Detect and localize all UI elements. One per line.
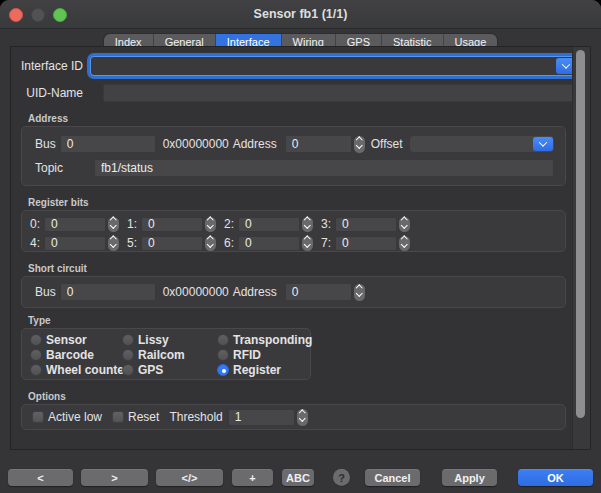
interface-id-label: Interface ID [21,59,83,73]
minimize-button[interactable] [31,8,45,22]
zoom-button[interactable] [53,8,67,22]
register-bit-0-input[interactable] [44,217,106,232]
register-bit-7-cell: 7: [321,236,418,251]
radio-icon[interactable] [122,364,134,376]
radio-icon[interactable] [122,334,134,346]
register-bit-3-label: 3: [321,217,333,231]
register-bit-2-stepper[interactable] [302,217,313,232]
register-bit-1-stepper[interactable] [205,217,216,232]
radio-icon[interactable] [30,349,42,361]
bus-label: Bus [35,137,56,151]
type-radio-label: Railcom [138,348,185,362]
type-radio-label: Wheel counter [46,363,129,377]
register-bit-2-label: 2: [224,217,236,231]
type-radio-wheel-counter[interactable]: Wheel counter [30,363,122,377]
register-bit-3-input[interactable] [335,217,397,232]
bus-input[interactable] [60,135,156,153]
threshold-input[interactable] [228,409,295,426]
register-bit-2-input[interactable] [238,217,300,232]
offset-select[interactable] [409,135,555,153]
register-bit-7-stepper[interactable] [399,236,410,251]
type-radio-barcode[interactable]: Barcode [30,348,122,362]
register-bit-5-label: 5: [127,236,139,250]
register-bit-5-input[interactable] [141,236,203,251]
next-button[interactable]: > [81,469,148,486]
type-radio-label: GPS [138,363,163,377]
checkbox-icon[interactable] [32,411,44,423]
radio-icon[interactable] [30,364,42,376]
type-radio-transponding[interactable]: Transponding [217,333,312,347]
register-bit-6-label: 6: [224,236,236,250]
register-bit-4-stepper[interactable] [108,236,119,251]
register-bit-5-stepper[interactable] [205,236,216,251]
register-bit-7-input[interactable] [335,236,397,251]
prev-button[interactable]: < [8,469,73,486]
close-button[interactable] [9,8,23,22]
chevron-down-icon[interactable] [533,137,553,151]
cancel-button[interactable]: Cancel [365,469,420,486]
options-group: Options Active lowReset Threshold [21,391,580,430]
sc-address-stepper[interactable] [354,284,365,301]
register-bit-7-label: 7: [321,236,333,250]
short-circuit-group: Short circuit Bus 0x00000000 Address [21,263,580,308]
type-radio-rfid[interactable]: RFID [217,348,312,362]
offset-label: Offset [371,137,403,151]
checkbox-icon[interactable] [112,411,124,423]
sensor-dialog-window: Sensor fb1 (1/1) IndexGeneralInterfaceWi… [0,0,601,493]
register-bit-1-cell: 1: [127,217,224,232]
threshold-stepper[interactable] [297,409,308,426]
help-button[interactable]: ? [333,469,350,486]
register-bit-3-stepper[interactable] [399,217,410,232]
register-bit-0-label: 0: [30,217,42,231]
sc-bus-input[interactable] [60,283,156,301]
register-bits-group-label: Register bits [28,197,580,208]
sc-address-input[interactable] [285,283,352,301]
add-button[interactable]: + [232,469,273,486]
scrollbar-thumb[interactable] [576,50,585,418]
checkbox-reset[interactable]: Reset [112,410,159,424]
address-group-label: Address [28,113,580,124]
register-bit-6-input[interactable] [238,236,300,251]
radio-icon[interactable] [217,334,229,346]
radio-icon[interactable] [122,349,134,361]
checkbox-active-low[interactable]: Active low [32,410,102,424]
vertical-scrollbar[interactable] [572,47,590,449]
sc-hex-address-text: 0x00000000 [163,285,226,299]
window-title: Sensor fb1 (1/1) [0,0,601,28]
titlebar[interactable]: Sensor fb1 (1/1) [0,0,601,29]
radio-icon[interactable] [30,334,42,346]
type-radio-railcom[interactable]: Railcom [122,348,217,362]
register-bit-4-input[interactable] [44,236,106,251]
dialog-footer: <></>+ABC?CancelApplyOK [0,450,601,493]
register-bit-0-stepper[interactable] [108,217,119,232]
code-button[interactable]: </> [156,469,223,486]
ok-button[interactable]: OK [518,469,593,486]
uid-name-input[interactable] [103,84,574,102]
type-group-label: Type [28,315,580,326]
register-bit-6-stepper[interactable] [302,236,313,251]
interface-id-select[interactable] [90,56,578,76]
type-radio-sensor[interactable]: Sensor [30,333,122,347]
register-bit-3-cell: 3: [321,217,418,232]
topic-label: Topic [35,161,68,175]
apply-button[interactable]: Apply [442,469,497,486]
type-radio-label: RFID [233,348,261,362]
type-radio-gps[interactable]: GPS [122,363,217,377]
threshold-label: Threshold [169,410,222,424]
uid-name-label: UID-Name [21,86,83,100]
sc-address-label: Address [233,285,277,299]
address-stepper[interactable] [354,136,365,153]
checkbox-label: Reset [128,410,159,424]
address-input[interactable] [285,135,352,153]
radio-icon[interactable] [217,364,229,376]
abc-button[interactable]: ABC [282,469,314,486]
register-bit-1-input[interactable] [141,217,203,232]
topic-input[interactable] [94,159,554,177]
type-radio-lissy[interactable]: Lissy [122,333,217,347]
type-radio-label: Register [233,363,281,377]
short-circuit-group-label: Short circuit [28,263,580,274]
content-panel: Interface ID UID-Name Address Bus 0x0000… [10,46,591,450]
type-radio-register[interactable]: Register [217,363,312,377]
radio-icon[interactable] [217,349,229,361]
register-bit-4-label: 4: [30,236,42,250]
